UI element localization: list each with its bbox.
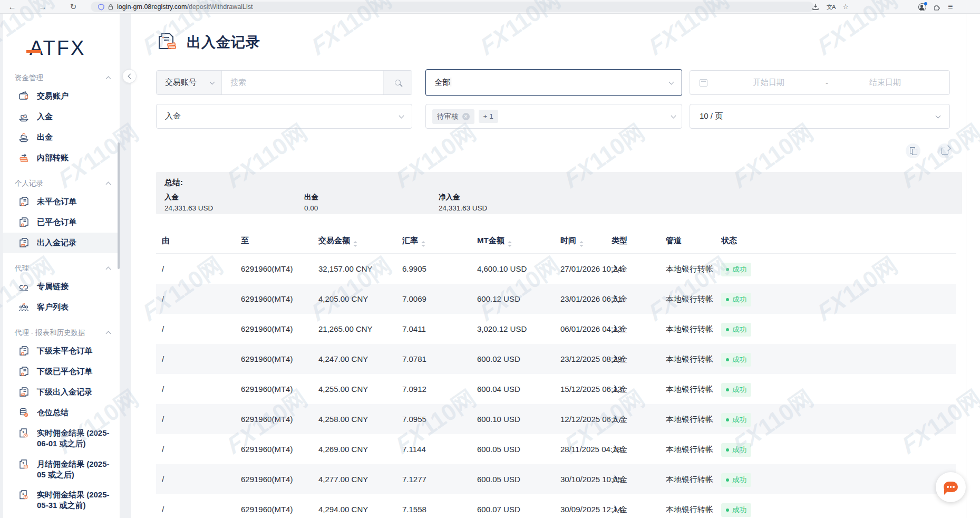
column-header[interactable]: 汇率 bbox=[402, 227, 425, 254]
page-title: 出入金记录 bbox=[187, 33, 260, 52]
cell-to: 6291960(MT4) bbox=[241, 254, 293, 284]
sidebar-item-closed-orders[interactable]: 已平仓订单 bbox=[3, 212, 120, 233]
export-button[interactable] bbox=[937, 143, 952, 158]
sidebar-item-deposit-withdraw-records[interactable]: 出入金记录 bbox=[3, 233, 120, 253]
address-bar[interactable]: login-gm.08registry.com/depositWithdrawa… bbox=[91, 2, 814, 12]
cell-to: 6291960(MT4) bbox=[241, 464, 293, 494]
menu-icon[interactable]: ≡ bbox=[948, 0, 953, 14]
link-icon bbox=[18, 281, 30, 292]
translate-icon[interactable]: 文A bbox=[827, 0, 835, 14]
sidebar-item-label: 内部转账 bbox=[37, 152, 69, 163]
cell-channel: 本地银行转帐 bbox=[666, 404, 713, 434]
cell-amount: 4,255.00 CNY bbox=[318, 374, 368, 404]
filter-tag[interactable]: 待审核✕ bbox=[432, 109, 474, 124]
cell-amount: 4,258.00 CNY bbox=[318, 404, 368, 434]
cell-to: 6291960(MT4) bbox=[241, 344, 293, 374]
chat-button[interactable] bbox=[936, 472, 966, 502]
end-date-input[interactable]: 结束日期 bbox=[830, 78, 940, 88]
forward-icon[interactable]: → bbox=[37, 0, 48, 14]
cell-amount: 4,247.00 CNY bbox=[318, 344, 368, 374]
cell-amount: 4,205.00 CNY bbox=[318, 284, 368, 314]
cell-to: 6291960(MT4) bbox=[241, 314, 293, 344]
chevron-up-icon bbox=[106, 76, 111, 82]
search-input[interactable]: 搜索 bbox=[222, 71, 383, 94]
sidebar-item-position-summary[interactable]: $仓位总结 bbox=[3, 402, 120, 423]
tag-close-icon[interactable]: ✕ bbox=[462, 113, 470, 120]
cell-mt_amount: 3,020.12 USD bbox=[477, 314, 527, 344]
start-date-input[interactable]: 开始日期 bbox=[714, 78, 823, 88]
column-header: 至 bbox=[241, 227, 249, 254]
lock-icon[interactable] bbox=[108, 4, 113, 10]
sidebar-section-label[interactable]: 个人记录 bbox=[15, 179, 110, 188]
status-badge: 成功 bbox=[721, 443, 751, 457]
sidebar-item-trading-account[interactable]: 交易账户 bbox=[3, 86, 120, 107]
sidebar-section-label[interactable]: 代理 bbox=[15, 264, 110, 273]
cell-channel: 本地银行转帐 bbox=[666, 314, 713, 344]
download-icon[interactable] bbox=[812, 3, 819, 11]
records-icon bbox=[18, 386, 30, 398]
wallet-icon bbox=[18, 90, 30, 102]
scrollbar-gutter[interactable] bbox=[966, 14, 980, 518]
profile-avatar-icon[interactable] bbox=[918, 3, 926, 11]
sidebar-item-realtime-commission-before[interactable]: $实时佣金结果 (2025-05-31 或之前) bbox=[3, 485, 120, 516]
sidebar-item-label: 出入金记录 bbox=[37, 237, 76, 248]
reload-icon[interactable]: ↻ bbox=[67, 0, 79, 14]
status-badge: 成功 bbox=[721, 323, 751, 337]
cell-status: 成功 bbox=[721, 374, 751, 404]
date-separator: - bbox=[823, 78, 830, 87]
sidebar-item-sub-deposit-withdraw[interactable]: 下级出入金记录 bbox=[3, 382, 120, 402]
table-row: /6291960(MT4)4,269.00 CNY7.1144600.05 US… bbox=[156, 434, 956, 464]
table-row: /6291960(MT4)4,247.00 CNY7.0781600.02 US… bbox=[156, 344, 956, 374]
status-filter-select[interactable]: 全部 bbox=[425, 69, 682, 96]
status-dot-icon bbox=[726, 388, 729, 391]
sidebar-scrollbar[interactable] bbox=[118, 142, 120, 269]
sidebar-item-sub-open-orders[interactable]: 下级未平仓订单 bbox=[3, 341, 120, 361]
sort-icon[interactable] bbox=[421, 241, 425, 247]
cell-type: 入金 bbox=[612, 374, 627, 404]
status-dot-icon bbox=[726, 268, 729, 271]
date-range-picker[interactable]: 开始日期 - 结束日期 bbox=[690, 70, 950, 95]
sidebar-item-customer-list[interactable]: 客户列表 bbox=[3, 297, 120, 318]
copy-button[interactable] bbox=[906, 143, 920, 158]
sidebar-item-realtime-commission-after[interactable]: $实时佣金结果 (2025-06-01 或之后) bbox=[3, 423, 120, 454]
sidebar-section-label[interactable]: 代理 - 报表和历史数据 bbox=[15, 328, 110, 338]
sidebar-item-withdraw[interactable]: 出金 bbox=[3, 127, 120, 148]
sidebar-section-label[interactable]: 资金管理 bbox=[15, 73, 110, 83]
sort-icon[interactable] bbox=[579, 241, 584, 247]
bookmark-star-icon[interactable]: ☆ bbox=[842, 0, 849, 14]
search-button[interactable] bbox=[383, 71, 412, 94]
column-header: 由 bbox=[162, 227, 170, 254]
column-header[interactable]: 交易金额 bbox=[318, 227, 357, 254]
sidebar-item-monthly-commission[interactable]: $月结佣金结果 (2025-05 或之后) bbox=[3, 454, 120, 485]
account-type-select[interactable]: 交易账号 bbox=[157, 71, 222, 94]
filter-tag[interactable]: + 1 bbox=[479, 110, 498, 123]
sidebar-item-deposit[interactable]: 入金 bbox=[3, 107, 120, 127]
cell-mt_amount: 600.07 USD bbox=[477, 494, 520, 518]
cell-channel: 本地银行转帐 bbox=[666, 374, 713, 404]
sort-icon[interactable] bbox=[508, 241, 512, 247]
direction-select[interactable]: 入金 bbox=[156, 104, 412, 129]
atfx-logo: ATFX bbox=[30, 37, 98, 60]
cell-from: / bbox=[162, 464, 164, 494]
sidebar-item-sub-closed-orders[interactable]: 下级已平仓订单 bbox=[3, 361, 120, 382]
sidebar-item-referral-link[interactable]: 专属链接 bbox=[3, 276, 120, 297]
cell-amount: 21,265.00 CNY bbox=[318, 314, 373, 344]
column-header[interactable]: MT金额 bbox=[477, 227, 512, 254]
logo-orange-dash bbox=[26, 50, 41, 53]
sidebar-item-open-orders[interactable]: 未平仓订单 bbox=[3, 191, 120, 212]
column-header[interactable]: 时间 bbox=[560, 227, 584, 254]
back-icon[interactable]: ← bbox=[6, 0, 18, 14]
sort-icon[interactable] bbox=[353, 241, 357, 247]
cell-to: 6291960(MT4) bbox=[241, 434, 293, 464]
shield-icon[interactable] bbox=[98, 4, 104, 11]
export-icon bbox=[942, 148, 948, 155]
sidebar-collapse-button[interactable] bbox=[122, 69, 137, 83]
status-multiselect[interactable]: 待审核✕+ 1 bbox=[425, 104, 682, 129]
page-size-select[interactable]: 10 / 页 bbox=[690, 104, 950, 129]
sidebar-item-label: 交易账户 bbox=[37, 91, 69, 101]
sidebar-item-internal-transfer[interactable]: 内部转账 bbox=[3, 148, 120, 168]
cell-type: 入金 bbox=[612, 314, 627, 344]
cell-from: / bbox=[162, 374, 164, 404]
extensions-icon[interactable] bbox=[934, 4, 940, 11]
cell-type: 入金 bbox=[612, 494, 627, 518]
